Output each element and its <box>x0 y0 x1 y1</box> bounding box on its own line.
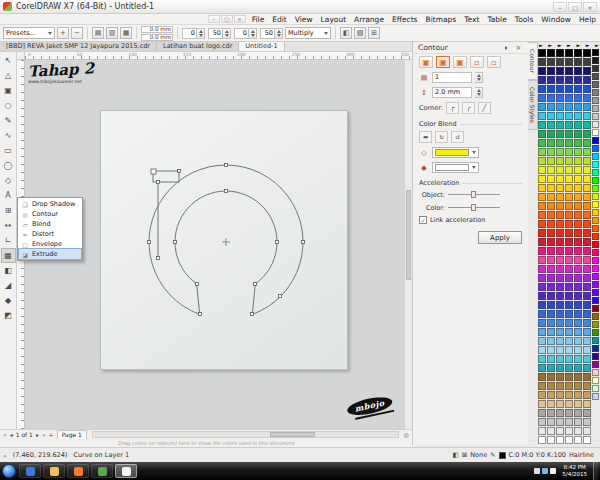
color-swatch[interactable] <box>547 220 555 228</box>
menu-item[interactable]: Window <box>537 14 575 25</box>
color-swatch[interactable] <box>574 283 582 291</box>
document-tab-3[interactable]: Untitled-1 <box>239 42 284 51</box>
color-swatch[interactable] <box>547 319 555 327</box>
color-swatch[interactable] <box>574 166 582 174</box>
color-swatch[interactable] <box>538 301 546 309</box>
color-swatch[interactable] <box>574 436 582 444</box>
color-swatch[interactable] <box>592 369 599 376</box>
color-swatch[interactable] <box>592 65 599 72</box>
color-swatch[interactable] <box>556 418 564 426</box>
color-swatch[interactable] <box>538 139 546 147</box>
color-swatch[interactable] <box>574 292 582 300</box>
color-swatch[interactable] <box>565 175 573 183</box>
linear-blend-button[interactable]: ▬ <box>419 131 432 143</box>
color-swatch[interactable] <box>583 382 591 390</box>
color-swatch[interactable] <box>538 436 546 444</box>
color-swatch[interactable] <box>538 292 546 300</box>
color-swatch[interactable] <box>556 301 564 309</box>
page-tab[interactable]: Page 1 <box>57 430 87 439</box>
color-swatch[interactable] <box>592 289 599 296</box>
color-swatch[interactable] <box>565 148 573 156</box>
color-swatch[interactable] <box>556 355 564 363</box>
menu-item[interactable]: Table <box>483 14 510 25</box>
effect-option-icon-6[interactable]: ⊞ <box>368 27 380 39</box>
color-swatch[interactable] <box>547 103 555 111</box>
color-swatch[interactable] <box>574 139 582 147</box>
color-swatch[interactable] <box>538 202 546 210</box>
color-swatch[interactable] <box>583 58 591 66</box>
table-tool[interactable]: ⊞ <box>1 203 16 218</box>
color-swatch[interactable] <box>592 353 599 360</box>
color-swatch[interactable] <box>547 346 555 354</box>
contour-option-button-1[interactable]: ▫ <box>470 56 484 68</box>
effect-option-icon-5[interactable]: ▧ <box>354 27 366 39</box>
color-swatch[interactable] <box>547 130 555 138</box>
flyout-item-drop-shadow[interactable]: ❑ Drop Shadow <box>19 199 81 209</box>
color-swatch[interactable] <box>574 256 582 264</box>
color-swatch[interactable] <box>556 328 564 336</box>
color-swatch[interactable] <box>592 81 599 88</box>
color-swatch[interactable] <box>592 209 599 216</box>
color-swatch[interactable] <box>538 373 546 381</box>
color-swatch[interactable] <box>574 148 582 156</box>
color-swatch[interactable] <box>583 409 591 417</box>
color-swatch[interactable] <box>547 301 555 309</box>
color-swatch[interactable] <box>565 49 573 57</box>
color-swatch[interactable] <box>592 393 599 400</box>
color-swatch[interactable] <box>556 112 564 120</box>
color-swatch[interactable] <box>565 121 573 129</box>
color-swatch[interactable] <box>565 58 573 66</box>
color-swatch[interactable] <box>574 229 582 237</box>
color-swatch[interactable] <box>538 49 546 57</box>
color-swatch[interactable] <box>547 148 555 156</box>
color-swatch[interactable] <box>556 148 564 156</box>
color-swatch[interactable] <box>574 193 582 201</box>
color-swatch[interactable] <box>592 249 599 256</box>
color-swatch[interactable] <box>583 67 591 75</box>
menu-item[interactable]: Bitmaps <box>422 14 461 25</box>
add-page-button[interactable]: + <box>49 430 54 439</box>
flyout-item-distort[interactable]: ≈ Distort <box>19 229 81 239</box>
color-swatch[interactable] <box>583 310 591 318</box>
link-acceleration-checkbox[interactable]: ✓ <box>419 216 427 224</box>
color-swatch[interactable] <box>565 112 573 120</box>
color-swatch[interactable] <box>592 321 599 328</box>
color-swatch[interactable] <box>556 58 564 66</box>
color-swatch[interactable] <box>547 58 555 66</box>
pick-tool[interactable]: ↖ <box>1 53 16 68</box>
color-swatch[interactable] <box>592 145 599 152</box>
tray-network-icon[interactable] <box>542 468 548 474</box>
color-swatch[interactable] <box>565 166 573 174</box>
flyout-item-envelope[interactable]: ▢ Envelope <box>19 239 81 249</box>
color-swatch[interactable] <box>592 361 599 368</box>
color-swatch[interactable] <box>592 161 599 168</box>
color-swatch[interactable] <box>574 175 582 183</box>
menu-item[interactable]: Effects <box>388 14 422 25</box>
color-swatch[interactable] <box>547 85 555 93</box>
color-swatch[interactable] <box>556 265 564 273</box>
color-swatch[interactable] <box>583 202 591 210</box>
color-swatch[interactable] <box>565 193 573 201</box>
horizontal-ruler[interactable]: 050100150200250300350 <box>25 52 412 60</box>
color-swatch[interactable] <box>592 185 599 192</box>
color-swatch[interactable] <box>538 175 546 183</box>
color-swatch[interactable] <box>574 301 582 309</box>
crop-tool[interactable]: ▣ <box>1 83 16 98</box>
color-swatch[interactable] <box>583 121 591 129</box>
color-swatch[interactable] <box>583 85 591 93</box>
color-swatch[interactable] <box>592 329 599 336</box>
color-swatch[interactable] <box>538 364 546 372</box>
outline-color-picker[interactable] <box>432 147 479 158</box>
color-swatch[interactable] <box>547 202 555 210</box>
color-swatch[interactable] <box>565 427 573 435</box>
color-swatch[interactable] <box>556 121 564 129</box>
color-swatch[interactable] <box>574 328 582 336</box>
shape-tool[interactable]: △ <box>1 68 16 83</box>
color-swatch[interactable] <box>574 355 582 363</box>
color-swatch[interactable] <box>556 292 564 300</box>
menu-item[interactable]: Tools <box>511 14 537 25</box>
color-swatch[interactable] <box>565 202 573 210</box>
color-swatch[interactable] <box>592 105 599 112</box>
color-acceleration-slider[interactable] <box>448 203 500 212</box>
counterclockwise-blend-button[interactable]: ↺ <box>451 131 464 143</box>
